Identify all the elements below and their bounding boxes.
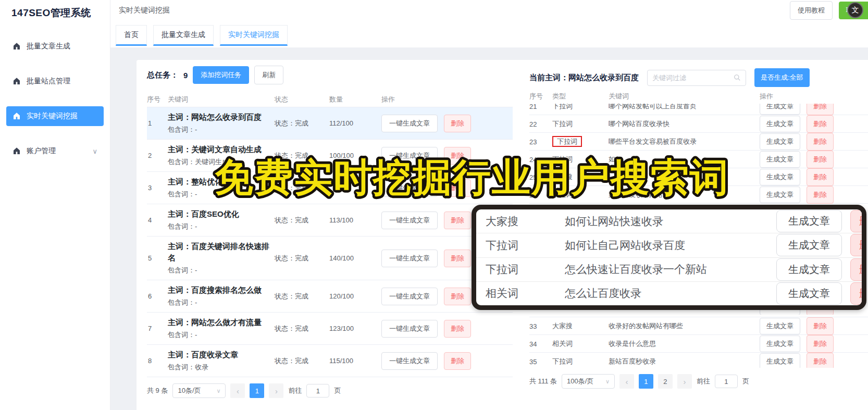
tab[interactable]: 批量文章生成	[153, 25, 214, 46]
delete-button[interactable]: 删除	[444, 288, 471, 305]
table-row[interactable]: 4 主词：百度SEO优化 包含词：- 状态：完成 113/100 一键生成文章 …	[147, 204, 513, 237]
sidebar-item[interactable]: 实时关键词挖掘	[6, 106, 104, 126]
delete-button[interactable]: 删除	[444, 320, 471, 338]
tutorial-button[interactable]: 使用教程	[790, 1, 833, 20]
generate-article-button[interactable]: 生成文章	[760, 133, 800, 150]
generate-article-button[interactable]: 生成文章	[760, 187, 800, 203]
page-size-select[interactable]: 10条/页 ∨	[172, 383, 226, 398]
delete-button[interactable]: 删除	[444, 212, 471, 229]
delete-button[interactable]: 删除	[807, 133, 834, 151]
generate-article-button[interactable]: 生成文章	[776, 210, 842, 232]
goto-page-input[interactable]	[715, 375, 738, 388]
next-page-button[interactable]: ›	[677, 374, 692, 389]
goto-page-input[interactable]	[306, 384, 329, 397]
delete-button[interactable]: 删除	[807, 115, 834, 133]
table-row[interactable]: 8 主词：百度收录文章 包含词：收录 状态：完成 115/100 一键生成文章 …	[147, 345, 513, 377]
delete-button[interactable]: 删除	[444, 147, 471, 165]
sidebar-item[interactable]: 批量站点管理	[6, 71, 104, 91]
table-row[interactable]: 35 下拉词 新站百度秒收录 生成文章 删除	[529, 353, 868, 368]
generate-article-button[interactable]: 生成文章	[776, 258, 842, 281]
page-numbers: 1 2	[639, 374, 673, 389]
delete-button[interactable]: 删除	[444, 352, 471, 370]
delete-button[interactable]: 删除	[807, 317, 834, 335]
delete-button[interactable]: 删除	[807, 353, 834, 368]
prev-page-button[interactable]: ‹	[619, 374, 634, 389]
page-size-select[interactable]: 100条/页 ∨	[562, 374, 615, 389]
keyword-cell: 收录好的发帖网站有哪些	[609, 321, 760, 331]
sidebar-item[interactable]: 批量文章生成	[6, 36, 104, 56]
generate-all-button[interactable]: 是否生成:全部	[754, 68, 810, 87]
generate-article-button[interactable]: 生成文章	[760, 318, 800, 334]
delete-button[interactable]: 删除	[807, 104, 834, 115]
generate-article-button[interactable]: 一键生成文章	[381, 250, 438, 267]
generate-article-button[interactable]: 生成文章	[776, 282, 842, 305]
table-row[interactable]: 23 下拉词 哪些平台发文容易被百度收录 生成文章 删除	[529, 133, 868, 151]
keyword-cell: 怎么让百度收录	[565, 286, 776, 301]
delete-button[interactable]: 删除	[850, 210, 866, 232]
table-row[interactable]: 22 下拉词 哪个网站百度收录快 生成文章 删除	[529, 115, 868, 133]
generate-article-button[interactable]: 一键生成文章	[381, 147, 438, 165]
delete-button[interactable]: 删除	[807, 186, 834, 204]
generate-article-button[interactable]: 生成文章	[760, 116, 800, 132]
table-row[interactable]: 26 下拉词 如何百度收录网站 生成文章 删除	[529, 186, 868, 204]
sidebar-item[interactable]: 账户管理 ∨	[6, 141, 104, 161]
generate-article-button[interactable]: 一键生成文章	[381, 179, 438, 197]
generate-article-button[interactable]: 生成文章	[760, 151, 800, 168]
app-logo: 147SEO管理系统	[0, 0, 110, 23]
page-number-button[interactable]: 1	[250, 383, 264, 398]
count-cell: 140/100	[329, 254, 381, 262]
tab[interactable]: 首页	[116, 25, 147, 46]
table-row[interactable]: 3 主词：整站优化 包含词：- 状态：完成 一键生成文章 删除	[147, 172, 513, 204]
table-row[interactable]: 21 下拉词 哪个网站发帖可以上百度首页 生成文章 删除	[529, 104, 868, 115]
table-row[interactable]: 1 主词：网站怎么收录到百度 包含词：- 状态：完成 112/100 一键生成文…	[147, 107, 513, 140]
table-row[interactable]: 25 大家搜 生成文章 删除	[529, 168, 868, 186]
breadcrumb: 实时关键词挖掘	[119, 6, 170, 15]
row-actions: 生成文章 删除	[760, 133, 868, 151]
generate-article-button[interactable]: 生成文章	[760, 104, 800, 115]
table-row[interactable]: 5 主词：百度关键词排名快速排名 包含词：- 状态：完成 140/100 一键生…	[147, 237, 513, 280]
generate-article-button[interactable]: 生成文章	[776, 234, 842, 256]
row-actions: 生成文章 删除	[760, 168, 868, 186]
status-cell: 状态：完成	[275, 119, 329, 128]
zoom-inset-row: 下拉词 怎么快速让百度收录一个新站 生成文章 删除	[476, 258, 862, 282]
main-keyword: 主词：关键词文章自动生成	[168, 144, 275, 155]
delete-button[interactable]: 删除	[444, 179, 471, 197]
delete-button[interactable]: 删除	[850, 234, 866, 256]
table-row[interactable]: 34 相关词 收录是什么意思 生成文章 删除	[529, 335, 868, 353]
delete-button[interactable]: 删除	[850, 282, 866, 305]
refresh-button[interactable]: 刷新	[254, 66, 283, 84]
delete-button[interactable]: 删除	[444, 250, 471, 267]
generate-article-button[interactable]: 一键生成文章	[381, 352, 438, 370]
delete-button[interactable]: 删除	[807, 151, 834, 168]
tab[interactable]: 实时关键词挖掘 ×	[220, 25, 288, 46]
tasks-toolbar: 总任务： 9 添加挖词任务 刷新	[147, 67, 513, 83]
next-page-button[interactable]: ›	[269, 383, 283, 398]
generate-article-button[interactable]: 一键生成文章	[381, 115, 438, 132]
table-row[interactable]: 2 主词：关键词文章自动生成 包含词：关键词生成 状态：完成 100/100 一…	[147, 140, 513, 172]
add-task-button[interactable]: 添加挖词任务	[193, 66, 249, 84]
delete-button[interactable]: 删除	[807, 335, 834, 353]
zoom-inset-row: 大家搜 如何让网站快速收录 生成文章 删除	[476, 209, 862, 233]
delete-button[interactable]: 删除	[444, 115, 471, 132]
prev-page-button[interactable]: ‹	[230, 383, 245, 398]
keyword-cell: 哪些平台发文容易被百度收录	[609, 137, 760, 146]
page-number-button[interactable]: 2	[658, 374, 673, 389]
table-row[interactable]: 7 主词：网站怎么做才有流量 包含词：- 状态：完成 123/100 一键生成文…	[147, 313, 513, 345]
generate-article-button[interactable]: 一键生成文章	[381, 212, 438, 229]
page-number-button[interactable]: 1	[639, 374, 653, 389]
delete-button[interactable]: 删除	[850, 258, 866, 281]
count-cell: 112/100	[329, 119, 381, 127]
table-row[interactable]: 24 下拉词 如何… 生成文章 删除	[529, 151, 868, 168]
generate-article-button[interactable]: 生成文章	[760, 169, 800, 185]
generate-article-button[interactable]: 一键生成文章	[381, 320, 438, 338]
delete-button[interactable]: 删除	[807, 168, 834, 186]
table-row[interactable]: 6 主词：百度搜索排名怎么做 包含词：- 状态：完成 120/100 一键生成文…	[147, 280, 513, 313]
translate-icon[interactable]: 文	[847, 2, 863, 18]
generate-article-button[interactable]: 生成文章	[760, 336, 800, 352]
chevron-down-icon[interactable]: ∨	[92, 147, 97, 155]
generate-article-button[interactable]: 一键生成文章	[381, 288, 438, 305]
table-row[interactable]: 33 大家搜 收录好的发帖网站有哪些 生成文章 删除	[529, 317, 868, 335]
total-tasks-label: 总任务：	[147, 70, 178, 80]
keyword-filter-input[interactable]	[652, 74, 734, 82]
generate-article-button[interactable]: 生成文章	[760, 353, 800, 368]
